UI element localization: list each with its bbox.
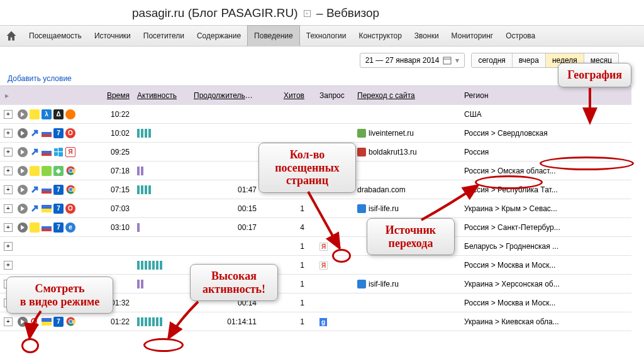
cell-time: 10:22	[96, 110, 133, 119]
expand-button[interactable]: +	[4, 317, 13, 326]
tab-технологии[interactable]: Технологии	[300, 26, 353, 46]
table-row[interactable]: +1ЯРоссия > Москва и Моск...	[0, 256, 631, 275]
ring-activity	[143, 338, 184, 352]
referer-link[interactable]: boldakrut13.ru	[369, 148, 417, 156]
favicon-icon	[357, 204, 366, 213]
svg-rect-23	[42, 229, 52, 231]
tab-мониторинг[interactable]: Мониторинг	[445, 26, 500, 46]
cell-referer[interactable]: isif-life.ru	[353, 204, 460, 213]
expand-button[interactable]: +	[4, 185, 13, 194]
cell-activity	[133, 129, 190, 138]
cell-region: Россия	[460, 148, 566, 156]
cell-duration: 00:17	[190, 223, 272, 232]
app-icon: 7	[53, 185, 64, 195]
expand-button[interactable]: +	[4, 129, 13, 138]
table-row[interactable]: +7O10:02liveinternet.ruРоссия > Свердлов…	[0, 124, 631, 143]
app-icon: 7	[53, 222, 64, 233]
cell-region: США	[460, 110, 566, 119]
referer-link[interactable]: liveinternet.ru	[369, 129, 414, 138]
expand-button[interactable]: +	[4, 242, 13, 251]
col-activity[interactable]: Активность	[133, 91, 190, 100]
arrow-up-icon	[30, 147, 40, 157]
tab-посетители[interactable]: Посетители	[137, 26, 191, 46]
row-icons: λΔ	[14, 109, 96, 119]
range-сегодня[interactable]: сегодня	[472, 53, 512, 67]
table-row[interactable]: +7e03:1000:174Россия > Санкт-Петербур...	[0, 218, 631, 237]
col-expand[interactable]: ▸	[0, 91, 14, 100]
cell-hits: 1	[272, 299, 316, 307]
play-icon[interactable]	[18, 222, 28, 233]
tab-звонки[interactable]: Звонки	[408, 26, 445, 46]
table-row[interactable]: +7O07:0300:151isif-life.ruУкраина > Крым…	[0, 199, 631, 218]
app-icon	[65, 109, 75, 119]
play-icon[interactable]	[18, 185, 28, 195]
col-query[interactable]: Запрос	[316, 91, 353, 100]
play-icon[interactable]	[18, 147, 28, 157]
expand-button[interactable]: +	[4, 167, 13, 175]
referer-link[interactable]: drabadan.com	[357, 185, 406, 194]
app-icon: 7	[53, 128, 64, 138]
favicon-icon	[357, 129, 366, 138]
play-icon[interactable]	[18, 166, 28, 176]
cell-referer[interactable]: drabadan.com	[353, 185, 460, 194]
svg-line-34	[36, 323, 38, 326]
tab-посещаемость[interactable]: Посещаемость	[23, 26, 88, 46]
cell-referer[interactable]: liveinternet.ru	[353, 129, 460, 138]
play-icon[interactable]	[18, 204, 28, 214]
col-duration[interactable]: Продолжительнос	[190, 91, 272, 100]
callout-watch: Смотретьв видео режиме	[6, 277, 113, 314]
col-time[interactable]: Время	[96, 91, 133, 100]
date-range-text: 21 — 27 января 2014	[365, 56, 440, 65]
referer-link[interactable]: isif-life.ru	[369, 204, 399, 213]
magnifier-icon	[30, 317, 40, 327]
referer-link[interactable]: isif-life.ru	[369, 280, 399, 288]
svg-rect-3	[42, 132, 52, 134]
app-icon: 7	[53, 204, 64, 214]
col-region[interactable]: Регион	[460, 91, 566, 100]
cell-region: Украина > Херсонская об...	[460, 280, 566, 288]
svg-rect-10	[54, 152, 58, 156]
cell-region: Беларусь > Гродненская ...	[460, 242, 566, 251]
svg-rect-8	[54, 148, 58, 151]
col-hits[interactable]: Хитов	[272, 91, 316, 100]
table-row[interactable]: +λΔ10:22США	[0, 105, 631, 124]
cell-referer[interactable]: isif-life.ru	[353, 280, 460, 288]
row-icons: ◆	[14, 166, 96, 176]
date-range-picker[interactable]: 21 — 27 января 2014 ▾	[360, 53, 465, 68]
page-title: pasagir.ru (Блог PASAGIR.RU) ▫ – Вебвизо…	[0, 0, 644, 25]
expand-icon[interactable]: ▫	[304, 10, 311, 17]
play-icon[interactable]	[18, 317, 28, 327]
app-icon: Я	[65, 147, 75, 157]
title-suffix: – Вебвизор	[316, 6, 379, 19]
app-icon: e	[65, 222, 75, 233]
tab-острова[interactable]: Острова	[499, 26, 541, 46]
expand-button[interactable]: +	[4, 204, 13, 213]
tab-поведение[interactable]: Поведение	[247, 25, 300, 46]
table-row[interactable]: +701:2201:14:111gУкраина > Киевская обла…	[0, 312, 631, 331]
row-icons: 7O	[14, 204, 96, 214]
expand-button[interactable]: +	[4, 261, 13, 270]
col-referer[interactable]: Переход с сайта	[353, 91, 460, 100]
svg-rect-2	[42, 129, 52, 132]
cell-time: 03:10	[96, 223, 133, 232]
tab-конструктор[interactable]: Конструктор	[352, 26, 408, 46]
cell-activity	[133, 110, 190, 119]
svg-rect-11	[58, 152, 63, 156]
table-row[interactable]: +1ЯБеларусь > Гродненская ...	[0, 237, 631, 256]
cell-region: Украина > Крым > Севас...	[460, 204, 566, 213]
expand-button[interactable]: +	[4, 148, 13, 156]
app-icon: Δ	[53, 109, 64, 119]
table-header-row: ▸ Время Активность Продолжительнос Хитов…	[0, 86, 631, 105]
expand-button[interactable]: +	[4, 110, 13, 119]
expand-button[interactable]: +	[4, 223, 13, 232]
tab-содержание[interactable]: Содержание	[191, 26, 247, 46]
play-icon[interactable]	[18, 128, 28, 138]
svg-rect-21	[42, 224, 52, 226]
home-icon[interactable]	[5, 30, 18, 42]
add-condition-link[interactable]: Добавить условие	[0, 72, 644, 85]
cell-referer[interactable]: boldakrut13.ru	[353, 148, 460, 156]
cell-time: 01:22	[96, 317, 133, 326]
range-вчера[interactable]: вчера	[513, 53, 546, 67]
play-icon[interactable]	[18, 109, 28, 119]
tab-источники[interactable]: Источники	[88, 26, 137, 46]
